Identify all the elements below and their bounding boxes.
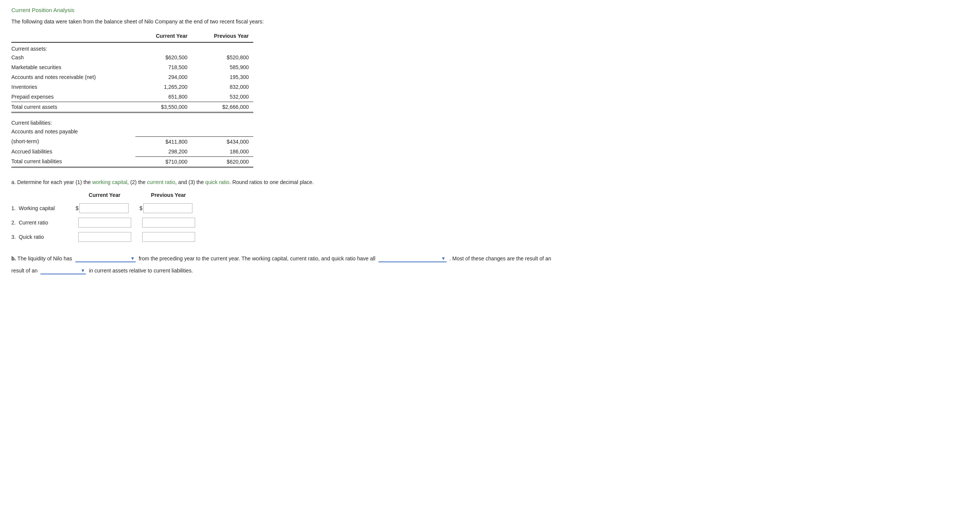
table-row: Accounts and notes receivable (net) 294,…	[11, 72, 253, 82]
table-row-short-term: (short-term) $411,800 $434,000	[11, 136, 253, 147]
section-b-text1: The liquidity of Nilo has	[18, 255, 72, 262]
section-current-liabilities-header: Current liabilities:	[11, 117, 253, 127]
liquidity-change-dropdown-wrap[interactable]: improved declined remained stable ▼	[75, 255, 136, 262]
table-row-accounts-payable: Accounts and notes payable	[11, 127, 253, 136]
answer-row-working-capital: 1. Working capital $ $	[11, 201, 200, 216]
page-title: Current Position Analysis	[11, 7, 969, 13]
answer-row-quick-ratio: 3. Quick ratio	[11, 230, 200, 244]
table-row: Cash $620,500 $520,800	[11, 52, 253, 62]
ratio-change-dropdown-wrap[interactable]: increased decreased remained the same ▼	[379, 255, 447, 262]
working-capital-link[interactable]: working capital	[92, 179, 127, 185]
answer-table: Current Year Previous Year 1. Working ca…	[11, 190, 200, 244]
data-table: Current Year Previous Year Current asset…	[11, 32, 253, 168]
total-current-assets-row: Total current assets $3,550,000 $2,666,0…	[11, 102, 253, 113]
section-a-instruction: a. Determine for each year (1) the worki…	[11, 179, 969, 185]
table-row: Prepaid expenses 651,800 532,000	[11, 92, 253, 102]
current-ratio-current-year-input[interactable]	[78, 218, 131, 227]
answer-col-previous-year: Previous Year	[137, 190, 200, 201]
col-current-year: Current Year	[135, 32, 192, 42]
quick-ratio-link[interactable]: quick ratio	[205, 179, 229, 185]
col-previous-year: Previous Year	[192, 32, 253, 42]
liquidity-change-dropdown[interactable]: improved declined remained stable	[75, 255, 136, 262]
dollar-sign-wc-py: $	[140, 205, 143, 211]
section-b: b. The liquidity of Nilo has improved de…	[11, 253, 969, 276]
quick-ratio-previous-year-input[interactable]	[142, 232, 195, 242]
current-ratio-previous-year-input[interactable]	[142, 218, 195, 227]
working-capital-current-year-input[interactable]	[80, 203, 129, 213]
current-ratio-link[interactable]: current ratio	[147, 179, 175, 185]
section-b-label: b.	[11, 255, 16, 262]
result-dropdown-wrap[interactable]: increase decrease ▼	[40, 268, 86, 274]
ratio-change-dropdown[interactable]: increased decreased remained the same	[379, 255, 447, 262]
intro-text: The following data were taken from the b…	[11, 19, 969, 25]
answer-col-current-year: Current Year	[73, 190, 137, 201]
table-row: Inventories 1,265,200 832,000	[11, 82, 253, 92]
section-b-text4: in current assets relative to current li…	[89, 268, 193, 274]
total-current-liabilities-row: Total current liabilities $710,000 $620,…	[11, 157, 253, 167]
section-b-result-label: result of an	[11, 268, 37, 274]
table-row-accrued: Accrued liabilities 298,200 186,000	[11, 147, 253, 157]
section-b-text3: . Most of these changes are the result o…	[450, 255, 551, 262]
answer-row-current-ratio: 2. Current ratio	[11, 216, 200, 230]
table-row: Marketable securities 718,500 585,900	[11, 62, 253, 72]
section-b-text2: from the preceding year to the current y…	[139, 255, 375, 262]
section-current-assets-header: Current assets:	[11, 42, 253, 52]
quick-ratio-current-year-input[interactable]	[78, 232, 131, 242]
dollar-sign-wc-cy: $	[76, 205, 79, 211]
working-capital-previous-year-input[interactable]	[143, 203, 192, 213]
result-dropdown[interactable]: increase decrease	[40, 268, 86, 274]
